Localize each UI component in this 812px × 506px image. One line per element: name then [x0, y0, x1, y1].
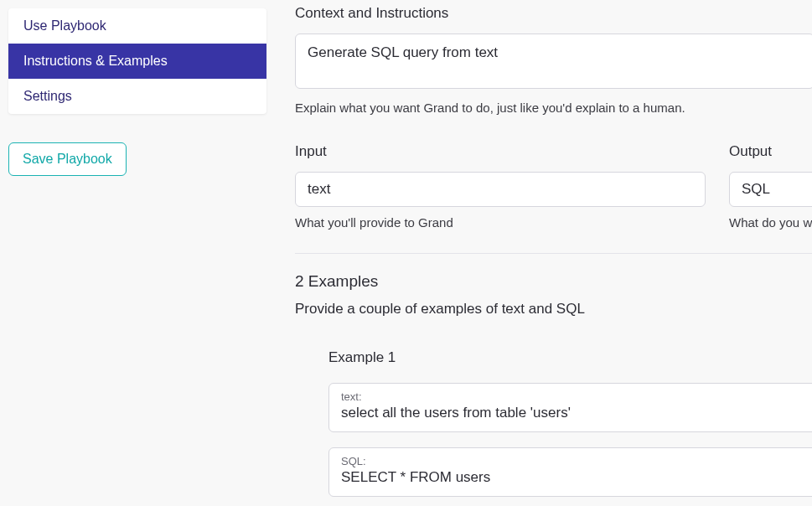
example-title: Example 1 — [328, 349, 812, 366]
example-sql-value: SELECT * FROM users — [341, 469, 810, 486]
output-column: Output What do you wa — [729, 143, 812, 230]
example-text-value: select all the users from table 'users' — [341, 405, 810, 421]
input-helper: What you'll provide to Grand — [295, 215, 706, 230]
main-panel: Context and Instructions Explain what yo… — [275, 0, 812, 506]
nav-item-use-playbook[interactable]: Use Playbook — [8, 8, 266, 44]
example-text-box[interactable]: text: select all the users from table 'u… — [328, 383, 812, 432]
save-playbook-button[interactable]: Save Playbook — [8, 142, 127, 176]
example-block: Example 1 text: select all the users fro… — [328, 349, 812, 497]
nav-item-instructions-examples[interactable]: Instructions & Examples — [8, 44, 266, 79]
examples-subtext: Provide a couple of examples of text and… — [295, 301, 812, 318]
input-field[interactable] — [295, 172, 706, 207]
nav-item-settings[interactable]: Settings — [8, 79, 266, 114]
nav-card: Use Playbook Instructions & Examples Set… — [8, 8, 266, 114]
example-sql-label: SQL: — [341, 455, 810, 467]
context-textarea[interactable] — [295, 34, 812, 89]
context-label: Context and Instructions — [295, 5, 812, 22]
output-helper: What do you wa — [729, 215, 812, 230]
divider — [295, 253, 812, 254]
example-sql-box[interactable]: SQL: SELECT * FROM users — [328, 447, 812, 497]
example-text-label: text: — [341, 390, 810, 403]
output-field[interactable] — [729, 172, 812, 207]
examples-heading: 2 Examples — [295, 272, 812, 291]
context-helper: Explain what you want Grand to do, just … — [295, 101, 812, 115]
io-row: Input What you'll provide to Grand Outpu… — [295, 143, 812, 230]
output-label: Output — [729, 143, 812, 160]
input-column: Input What you'll provide to Grand — [295, 143, 706, 230]
sidebar: Use Playbook Instructions & Examples Set… — [0, 0, 275, 506]
input-label: Input — [295, 143, 706, 160]
